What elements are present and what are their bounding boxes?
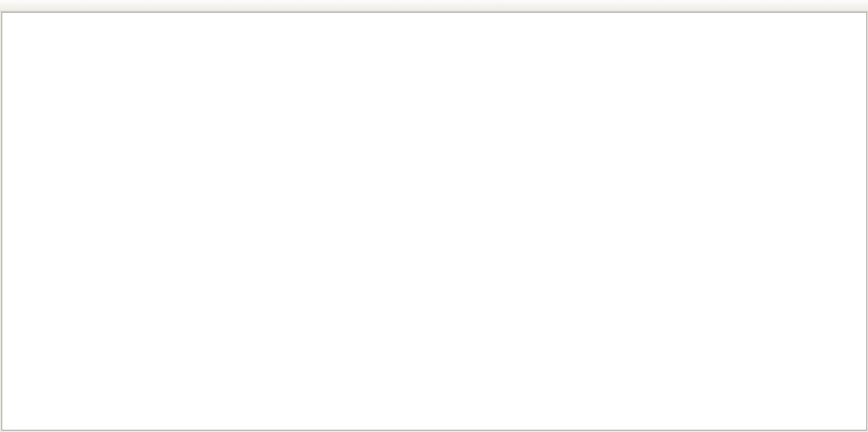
chart-titlebar[interactable] [2, 13, 866, 21]
main-toolbar [0, 0, 868, 12]
chart-window [2, 12, 867, 430]
